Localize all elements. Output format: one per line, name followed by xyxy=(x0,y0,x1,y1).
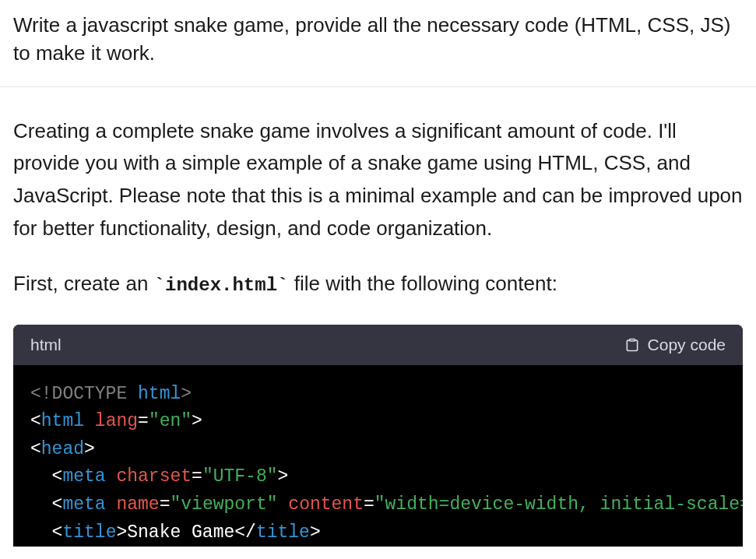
code-language-label: html xyxy=(30,336,62,354)
paragraph-2-post: file with the following content: xyxy=(288,272,557,295)
paragraph-2-pre: First, create an xyxy=(13,272,154,295)
code-block-header: html Copy code xyxy=(13,325,743,365)
inline-code-filename: `index.html` xyxy=(154,275,289,296)
code-content[interactable]: <!DOCTYPE html> <html lang="en"> <head> … xyxy=(13,365,743,547)
clipboard-icon xyxy=(624,336,640,353)
assistant-paragraph-1: Creating a complete snake game involves … xyxy=(13,115,743,244)
copy-code-label: Copy code xyxy=(648,336,726,354)
user-message: Write a javascript snake game, provide a… xyxy=(0,0,756,87)
assistant-message: Creating a complete snake game involves … xyxy=(0,87,756,547)
code-block: html Copy code <!DOCTYPE html> <html lan… xyxy=(13,325,743,547)
svg-rect-0 xyxy=(629,339,635,341)
user-prompt-text: Write a javascript snake game, provide a… xyxy=(13,11,743,68)
copy-code-button[interactable]: Copy code xyxy=(624,336,726,354)
assistant-paragraph-2: First, create an `index.html` file with … xyxy=(13,268,743,301)
